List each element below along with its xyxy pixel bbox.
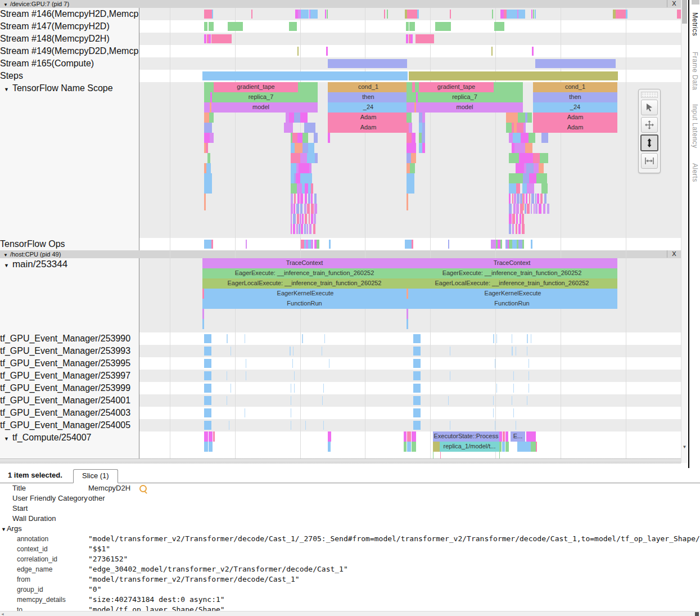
trace-event[interactable] [520,214,521,224]
trace-event[interactable] [209,431,213,442]
trace-event[interactable] [307,204,310,214]
trace-event[interactable] [415,82,419,92]
trace-event[interactable] [533,153,540,163]
trace-event[interactable]: EagerKernelExecute [408,289,617,299]
trace-event[interactable] [499,442,502,452]
trace-event[interactable] [513,133,521,143]
trace-event[interactable] [413,347,421,356]
trace-event[interactable] [291,194,293,204]
trace-event[interactable] [291,153,296,163]
trace-event[interactable] [509,133,513,143]
trace-event[interactable] [294,194,296,204]
trace-event[interactable] [293,204,295,214]
trace-event[interactable] [410,34,413,43]
trace-event[interactable] [305,163,310,173]
trace-event[interactable]: EagerExecute: __inference_train_function… [202,268,407,278]
collapse-arrow-icon[interactable]: ▼ [4,263,9,268]
trace-event[interactable] [227,334,228,343]
trace-event[interactable] [526,431,536,442]
trace-event[interactable] [204,384,211,393]
trace-event[interactable] [314,133,318,143]
trace-event[interactable] [525,204,526,214]
trace-event[interactable] [302,133,308,143]
trace-event[interactable] [300,113,308,123]
trace-event[interactable] [517,442,531,452]
trace-event[interactable] [529,194,530,204]
trace-event[interactable] [206,143,208,153]
trace-event[interactable] [212,10,213,19]
trace-event[interactable] [296,204,299,214]
resize-grip-icon[interactable] [695,612,699,616]
trace-event[interactable] [520,204,523,214]
tab-slice[interactable]: Slice (1) [73,469,118,483]
trace-event[interactable]: _24 [533,102,617,113]
trace-event[interactable] [540,153,546,163]
trace-event[interactable]: gradient_tape [214,82,298,92]
trace-event[interactable] [517,123,523,133]
trace-event[interactable] [293,224,295,234]
trace-event[interactable] [417,10,419,19]
trace-event[interactable] [311,183,313,194]
trace-event[interactable] [294,384,295,393]
row-label[interactable]: ▼tf_Compute/254007 [0,431,139,458]
trace-event[interactable] [527,347,527,356]
trace-event[interactable]: ExecutorState::Process [433,431,499,442]
trace-event[interactable] [413,421,421,430]
trace-event[interactable] [540,194,543,204]
trace-event[interactable] [494,22,504,31]
trace-event[interactable]: then [533,92,617,102]
trace-event[interactable] [293,214,295,224]
trace-event[interactable] [533,10,534,19]
trace-event[interactable] [512,194,513,204]
trace-event[interactable] [491,47,493,56]
trace-event[interactable] [450,10,451,19]
trace-event[interactable] [291,224,292,234]
trace-event[interactable] [522,240,524,249]
trace-event[interactable] [328,431,331,442]
trace-event[interactable]: model [204,102,318,113]
trace-event[interactable]: replica_7 [407,92,523,102]
trace-event[interactable]: cond_1 [533,82,617,92]
trace-event[interactable] [542,173,547,183]
trace-event[interactable] [527,113,532,123]
zoom-tool-button[interactable] [640,134,658,151]
trace-event[interactable] [404,431,407,442]
trace-event[interactable] [210,133,214,143]
trace-event[interactable] [514,194,516,204]
palette-drag-handle-icon[interactable] [641,92,658,98]
trace-event[interactable] [251,10,252,19]
trace-event[interactable] [534,204,535,214]
trace-event[interactable]: replica_1/model/t... [440,442,499,452]
trace-event[interactable] [496,384,497,393]
trace-event[interactable] [325,10,326,19]
timing-tool-button[interactable] [641,153,658,169]
close-button[interactable]: X [667,0,681,7]
trace-event[interactable] [535,204,538,214]
trace-event[interactable] [513,371,514,380]
trace-event[interactable] [522,214,524,224]
trace-event[interactable] [518,143,525,153]
trace-event[interactable] [291,384,291,393]
trace-event[interactable] [292,133,297,143]
scrollbar-thumb[interactable] [682,0,687,24]
trace-event[interactable] [522,224,525,234]
trace-event[interactable] [309,224,311,234]
collapse-arrow-icon[interactable]: ▼ [3,2,8,7]
close-button[interactable]: X [667,250,681,258]
trace-event[interactable] [329,240,331,249]
trace-event[interactable] [450,371,450,380]
trace-event[interactable]: model [407,102,523,113]
trace-event[interactable] [422,123,425,133]
trace-event[interactable] [506,113,512,123]
trace-event[interactable]: then [328,92,409,102]
trace-event[interactable] [229,421,229,430]
trace-event[interactable]: EagerLocalExecute: __inference_train_fun… [407,278,617,289]
trace-event[interactable] [309,163,311,173]
trace-event[interactable] [523,194,525,204]
trace-event[interactable] [536,173,542,183]
trace-event[interactable] [528,143,532,153]
trace-event[interactable]: Adam [328,113,409,123]
trace-event[interactable]: EagerLocalExecute: __inference_train_fun… [202,278,407,289]
trace-event[interactable] [537,194,539,204]
gpu-section-header[interactable]: ▼/device:GPU:7 (pid 7) X [0,0,681,8]
